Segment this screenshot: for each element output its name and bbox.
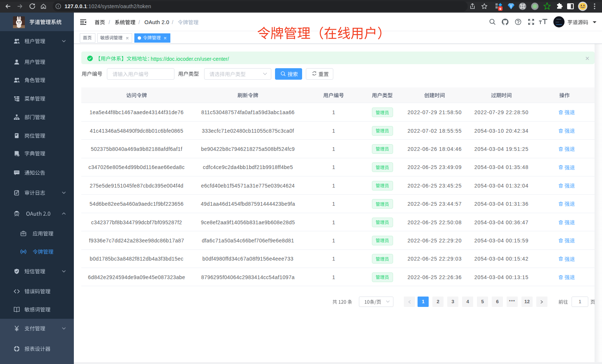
svg-text:9: 9 (499, 7, 501, 11)
